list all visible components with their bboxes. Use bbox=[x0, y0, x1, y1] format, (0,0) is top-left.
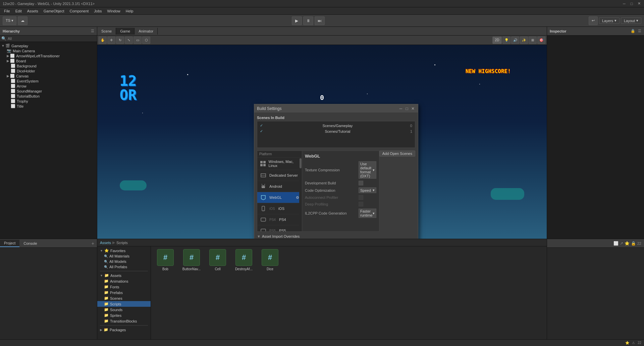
dialog-minimize[interactable]: ─ bbox=[398, 106, 403, 111]
scene-grid-btn[interactable]: ⊞ bbox=[529, 37, 537, 44]
layout-dropdown[interactable]: Layout ▾ bbox=[621, 17, 641, 24]
br-icon2[interactable]: ↗ bbox=[620, 241, 623, 246]
scene-lighting-btn[interactable]: 💡 bbox=[502, 37, 511, 44]
tree-sprites[interactable]: 📁 Sprites bbox=[97, 312, 151, 318]
tree-fonts[interactable]: 📁 Fonts bbox=[97, 284, 151, 290]
tree-animations[interactable]: 📁 Animations bbox=[97, 278, 151, 284]
maximize-button[interactable]: □ bbox=[629, 1, 634, 6]
tab-console[interactable]: Console bbox=[19, 240, 41, 247]
dice-icon: ⬜ bbox=[11, 69, 15, 73]
scene-hand-tool[interactable]: ✋ bbox=[99, 37, 107, 44]
hierarchy-main-camera[interactable]: 📷 Main Camera bbox=[0, 48, 97, 53]
tree-assets-root[interactable]: ▼ 📁 Assets bbox=[97, 273, 151, 278]
platform-webgl[interactable]: WebGL ⚙ bbox=[257, 192, 302, 203]
tree-all-materials[interactable]: 🔍 All Materials bbox=[97, 253, 151, 259]
platform-windows[interactable]: Windows, Mac, Linux bbox=[257, 158, 302, 170]
hierarchy-menu-icon[interactable]: ☰ bbox=[91, 29, 94, 33]
cloud-button[interactable]: ☁ bbox=[18, 16, 28, 25]
asset-import-arrow[interactable]: ▼ bbox=[257, 234, 261, 238]
dialog-close[interactable]: ✕ bbox=[411, 106, 415, 111]
scene-multi-tool[interactable]: ⬡ bbox=[142, 37, 150, 44]
tree-scripts[interactable]: 📁 Scripts bbox=[97, 301, 151, 307]
file-buttonnav[interactable]: # ButtonNav... bbox=[180, 249, 203, 271]
br-icon1[interactable]: ⬜ bbox=[613, 241, 619, 246]
hierarchy-board[interactable]: ▶ ⬜ Board bbox=[0, 58, 97, 63]
scene-entry-tutorial[interactable]: ✓ Scenes/Tutorial 1 bbox=[259, 128, 414, 134]
hierarchy-gameplay[interactable]: ▼ 🎬 Gameplay bbox=[0, 43, 97, 48]
platform-ios[interactable]: iOS iOS bbox=[257, 203, 302, 214]
menu-edit[interactable]: Edit bbox=[13, 8, 24, 14]
menu-jobs[interactable]: Jobs bbox=[91, 8, 104, 14]
texture-compression-dropdown[interactable]: Use default format (DXT) ▾ bbox=[359, 161, 376, 179]
menu-gameobject[interactable]: GameObject bbox=[41, 8, 67, 14]
file-cell[interactable]: # Cell bbox=[206, 249, 229, 271]
platform-ps4[interactable]: PS4 PS4 bbox=[257, 214, 302, 225]
minimize-button[interactable]: ─ bbox=[622, 1, 627, 6]
tree-all-prefabs[interactable]: 🔍 All Prefabs bbox=[97, 264, 151, 270]
inspector-lock-icon[interactable]: 🔒 bbox=[631, 29, 635, 33]
tree-scenes[interactable]: 📁 Scenes bbox=[97, 295, 151, 301]
hierarchy-arrowwipe[interactable]: ▶ ⬜ ArrowWipeLeftTransitioner bbox=[0, 53, 97, 58]
inspector-menu-icon[interactable]: ☰ bbox=[638, 29, 641, 33]
tab-game[interactable]: Game bbox=[116, 28, 135, 35]
hierarchy-trophy[interactable]: ⬜ Trophy bbox=[0, 99, 97, 104]
scene-rotate-tool[interactable]: ↻ bbox=[116, 37, 124, 44]
close-button[interactable]: ✕ bbox=[637, 1, 641, 6]
scene-entry-gameplay[interactable]: ✓ Scenes/Gameplay 0 bbox=[259, 123, 414, 128]
status-count: 22 bbox=[638, 341, 641, 345]
scene-audio-btn[interactable]: 🔊 bbox=[511, 37, 519, 44]
file-bob[interactable]: # Bob bbox=[154, 249, 177, 271]
platform-dedicated[interactable]: Dedicated Server bbox=[257, 170, 302, 181]
hierarchy-eventsystem[interactable]: ⬜ EventSystem bbox=[0, 78, 97, 83]
il2cpp-dropdown[interactable]: Faster runtime ▾ bbox=[359, 209, 376, 218]
tab-project[interactable]: Project bbox=[0, 240, 19, 247]
add-open-scenes-button[interactable]: Add Open Scenes bbox=[379, 151, 415, 157]
account-button[interactable]: TS ▾ bbox=[3, 16, 16, 25]
breadcrumb-assets[interactable]: Assets bbox=[100, 241, 111, 245]
code-opt-dropdown[interactable]: Speed ▾ bbox=[359, 187, 376, 193]
scene-scale-tool[interactable]: ⤡ bbox=[125, 37, 133, 44]
scene-gizmo-btn[interactable]: 🎯 bbox=[537, 37, 545, 44]
scene-rect-tool[interactable]: ▭ bbox=[133, 37, 142, 44]
hierarchy-background[interactable]: ⬜ Background bbox=[0, 63, 97, 68]
tab-scene[interactable]: Scene bbox=[97, 28, 116, 35]
menu-assets[interactable]: Assets bbox=[24, 8, 41, 14]
il2cpp-row: IL2CPP Code Generation Faster runtime ▾ bbox=[305, 209, 376, 218]
dev-build-checkbox[interactable] bbox=[359, 181, 363, 185]
hierarchy-tutorial[interactable]: ⬜ TutorialButton bbox=[0, 94, 97, 99]
file-destroyaf[interactable]: # DestroyAf... bbox=[232, 249, 256, 271]
platform-scrollbar[interactable] bbox=[299, 158, 302, 231]
tree-transitionblocks[interactable]: 📁 TransitionBlocks bbox=[97, 318, 151, 324]
scene-fx-btn[interactable]: ✨ bbox=[520, 37, 528, 44]
undo-icon[interactable]: ↩ bbox=[589, 16, 598, 25]
platform-ps5[interactable]: PS5 PS5 bbox=[257, 225, 302, 231]
hierarchy-arrow-obj[interactable]: ⬜ Arrow bbox=[0, 83, 97, 89]
file-dice[interactable]: # Dice bbox=[258, 249, 282, 271]
play-button[interactable]: ▶ bbox=[292, 16, 302, 25]
scene-2d-btn[interactable]: 2D bbox=[492, 37, 502, 44]
platform-android[interactable]: Android bbox=[257, 181, 302, 192]
tree-all-models[interactable]: 🔍 All Models bbox=[97, 259, 151, 264]
dialog-maximize[interactable]: □ bbox=[405, 106, 409, 111]
hierarchy-diceholder[interactable]: ⬜ DiceHolder bbox=[0, 68, 97, 73]
hierarchy-canvas[interactable]: ▶ ⬜ Canvas bbox=[0, 73, 97, 78]
webgl-settings-gear[interactable]: ⚙ bbox=[296, 195, 299, 200]
pause-button[interactable]: ⏸ bbox=[303, 16, 313, 25]
br-icon4[interactable]: 🔒 bbox=[631, 241, 636, 246]
hierarchy-soundmanager[interactable]: ⬜ SoundManager bbox=[0, 89, 97, 94]
step-button[interactable]: ⏭ bbox=[315, 16, 325, 25]
menu-component[interactable]: Component bbox=[67, 8, 91, 14]
tree-packages[interactable]: ▶ 📁 Packages bbox=[97, 327, 151, 333]
br-icon3[interactable]: ⭐ bbox=[625, 241, 630, 246]
menu-help[interactable]: Help bbox=[123, 8, 136, 14]
tab-animator[interactable]: Animator bbox=[135, 28, 158, 35]
add-icon[interactable]: + bbox=[89, 241, 97, 246]
tree-sounds[interactable]: 📁 Sounds bbox=[97, 307, 151, 312]
tree-prefabs[interactable]: 📁 Prefabs bbox=[97, 290, 151, 295]
layers-dropdown[interactable]: Layers ▾ bbox=[599, 17, 620, 24]
menu-file[interactable]: File bbox=[1, 8, 13, 14]
hierarchy-title[interactable]: ⬜ Title bbox=[0, 104, 97, 109]
tree-favorites[interactable]: ▼ ⭐ Favorites bbox=[97, 248, 151, 253]
menu-window[interactable]: Window bbox=[105, 8, 123, 14]
scene-move-tool[interactable]: ✛ bbox=[107, 37, 115, 44]
